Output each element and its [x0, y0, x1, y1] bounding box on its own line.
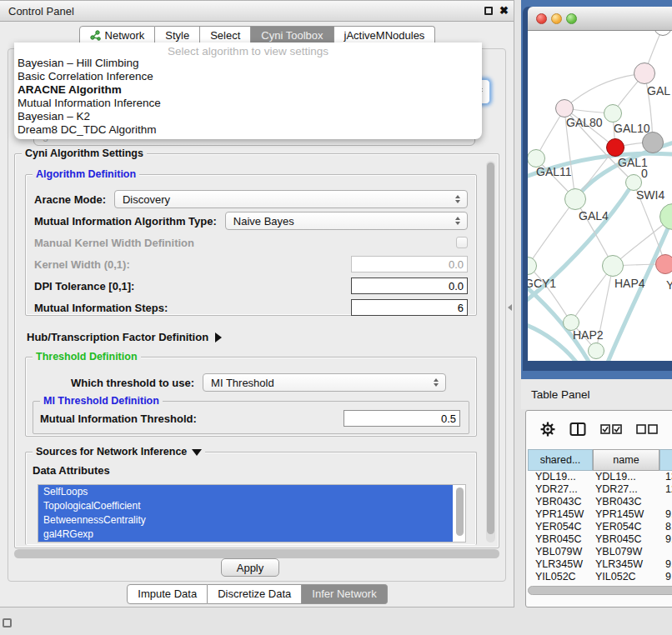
list-scrollbar[interactable]: [456, 488, 464, 536]
hub-transcription-factor-expander[interactable]: Hub/Transcription Factor Definition: [27, 331, 222, 343]
aracne-mode-label: Aracne Mode:: [34, 193, 106, 206]
manual-kernel-label: Manual Kernel Width Definition: [34, 237, 194, 249]
float-window-icon[interactable]: [484, 7, 493, 15]
column-header-partial[interactable]: [659, 449, 672, 471]
minimize-traffic-light-icon[interactable]: [551, 13, 562, 24]
network-node[interactable]: [655, 254, 672, 274]
manual-kernel-checkbox[interactable]: [456, 237, 468, 248]
network-desktop: GAL GAL80 GAL10 GAL1 GAL11 0 SWI4 GAL4 G…: [521, 0, 672, 379]
dropdown-item[interactable]: Basic Correlation Inference: [14, 70, 482, 83]
sources-title: Sources for Network Inference: [36, 446, 187, 458]
cell: YBR043C: [593, 496, 659, 508]
expand-arrow-icon: [215, 332, 222, 342]
mi-steps-field[interactable]: [351, 299, 468, 316]
network-node[interactable]: [602, 255, 624, 277]
table-row[interactable]: YBL079WYBL079W: [528, 546, 672, 558]
combo-arrows-icon: [434, 378, 439, 387]
tab-label: Infer Network: [312, 588, 376, 600]
list-item[interactable]: BetweennessCentrality: [38, 513, 453, 528]
zoom-traffic-light-icon[interactable]: [566, 13, 577, 24]
list-item[interactable]: TopologicalCoefficient: [38, 499, 453, 513]
table-row[interactable]: YPR145WYPR145W9.: [528, 508, 672, 521]
dropdown-item[interactable]: Bayesian – K2: [14, 110, 482, 123]
cell: YPR145W: [593, 508, 659, 521]
network-node[interactable]: [588, 342, 604, 359]
settings-horizontal-scrollbar[interactable]: [14, 549, 499, 558]
which-threshold-label: Which threshold to use:: [71, 377, 194, 389]
sources-expander[interactable]: Sources for Network Inference: [33, 446, 205, 458]
network-node[interactable]: [604, 104, 622, 122]
cell: YBR045C: [528, 533, 593, 546]
aracne-mode-row: Aracne Mode: Discovery: [34, 188, 468, 210]
network-canvas[interactable]: GAL GAL80 GAL10 GAL1 GAL11 0 SWI4 GAL4 G…: [528, 31, 672, 361]
which-threshold-combo[interactable]: MI Threshold: [203, 373, 446, 392]
table-panel-title: Table Panel: [521, 388, 590, 401]
tab-label: Network: [105, 29, 145, 42]
list-item[interactable]: gal4RGexp: [38, 528, 453, 542]
settings-vertical-scrollbar[interactable]: [486, 161, 495, 542]
mi-threshold-field[interactable]: [344, 410, 460, 427]
column-header-name[interactable]: name: [593, 449, 659, 471]
cell: YBL079W: [593, 546, 659, 558]
network-node[interactable]: [555, 99, 574, 118]
dpi-tolerance-field[interactable]: [351, 278, 468, 294]
network-node[interactable]: [606, 138, 624, 157]
apply-button[interactable]: Apply: [221, 558, 279, 577]
mi-steps-label: Mutual Information Steps:: [34, 302, 168, 314]
tab-infer-network[interactable]: Infer Network: [302, 584, 387, 604]
threshold-definition-group: Threshold Definition Which threshold to …: [25, 357, 477, 437]
dropdown-item[interactable]: Bayesian – Hill Climbing: [14, 57, 482, 70]
gear-icon[interactable]: [540, 422, 555, 437]
list-item[interactable]: SelfLoops: [38, 485, 453, 499]
table-row[interactable]: YER054CYER054C8.: [528, 521, 672, 533]
table-row[interactable]: YBR045CYBR045C9.: [528, 533, 672, 546]
table-toolbar: [526, 411, 672, 448]
dropdown-item[interactable]: Mutual Information Inference: [14, 97, 482, 110]
cell: [659, 546, 672, 558]
close-icon[interactable]: ✖: [499, 4, 509, 17]
combo-arrows-icon: [455, 217, 460, 225]
network-node[interactable]: [564, 188, 586, 210]
combo-value: Naive Bayes: [233, 215, 294, 228]
table-row[interactable]: YDR27...YDR27...12: [528, 483, 672, 496]
cell: YER054C: [528, 521, 593, 533]
panel-splitter-handle[interactable]: [508, 304, 512, 311]
table-row[interactable]: YIL052CYIL052C9: [528, 571, 672, 583]
network-node-label: GAL80: [566, 116, 603, 129]
mi-type-label: Mutual Information Algorithm Type:: [34, 215, 217, 228]
kernel-width-label: Kernel Width (0,1):: [34, 258, 130, 271]
close-traffic-light-icon[interactable]: [536, 13, 547, 24]
collapsed-panel-icon[interactable]: [3, 618, 12, 628]
table-row[interactable]: YLR345WYLR345W9.: [528, 558, 672, 571]
cell: YBL079W: [528, 546, 593, 558]
tab-label: Discretize Data: [218, 588, 291, 600]
kernel-width-field[interactable]: [351, 256, 468, 272]
dropdown-item[interactable]: Dream8 DC_TDC Algorithm: [14, 123, 482, 137]
kernel-width-row: Kernel Width (0,1):: [34, 253, 468, 275]
control-panel-titlebar: Control Panel ✖: [0, 1, 514, 22]
control-panel-title: Control Panel: [0, 5, 74, 18]
aracne-mode-combo[interactable]: Discovery: [114, 190, 468, 208]
group-title: MI Threshold Definition: [40, 395, 163, 408]
combo-arrows-icon: [455, 195, 460, 203]
cell: 9.: [659, 533, 672, 546]
checked-boxes-icon[interactable]: [600, 423, 622, 435]
cell: 8.: [659, 521, 672, 533]
split-columns-icon[interactable]: [569, 422, 586, 437]
group-title: Cyni Algorithm Settings: [22, 148, 147, 160]
tab-label: jActiveMNodules: [344, 29, 425, 42]
mi-type-combo[interactable]: Naive Bayes: [225, 212, 468, 230]
tab-impute-data[interactable]: Impute Data: [127, 584, 208, 604]
unchecked-boxes-icon[interactable]: [636, 423, 658, 435]
tab-discretize-data[interactable]: Discretize Data: [208, 584, 302, 604]
control-panel-window: Control Panel ✖ Network Style Select Cyn…: [0, 0, 514, 608]
combo-value: Discovery: [123, 193, 170, 206]
table-row[interactable]: YDL19...YDL19...13: [528, 471, 672, 483]
data-attributes-list: SelfLoops TopologicalCoefficient Between…: [38, 484, 466, 542]
table-horizontal-scrollbar[interactable]: [528, 586, 672, 595]
dropdown-item-selected[interactable]: ARACNE Algorithm: [14, 83, 482, 97]
column-header-shared-name[interactable]: shared...: [528, 449, 593, 471]
table-panel-titlebar: Table Panel: [521, 379, 672, 409]
network-node[interactable]: [634, 62, 655, 84]
table-row[interactable]: YBR043CYBR043C: [528, 496, 672, 508]
